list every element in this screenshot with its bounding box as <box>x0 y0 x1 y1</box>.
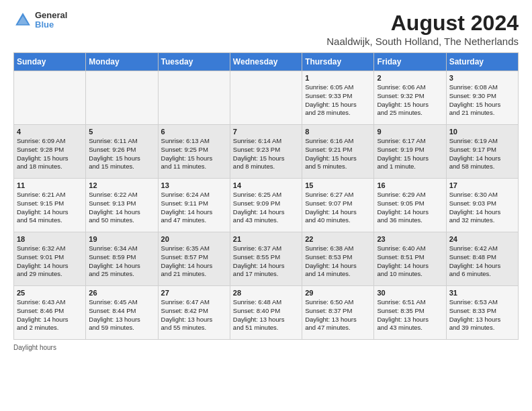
day-number: 5 <box>89 128 154 136</box>
day-number: 8 <box>305 128 371 136</box>
calendar-header-row: SundayMondayTuesdayWednesdayThursdayFrid… <box>14 53 519 71</box>
day-info: Sunrise: 6:27 AM Sunset: 9:07 PM Dayligh… <box>305 191 371 225</box>
day-info: Sunrise: 6:19 AM Sunset: 9:17 PM Dayligh… <box>449 137 515 171</box>
week-row-2: 11Sunrise: 6:21 AM Sunset: 9:15 PM Dayli… <box>14 179 519 232</box>
logo-line2: Blue <box>35 20 67 30</box>
day-info: Sunrise: 6:51 AM Sunset: 8:35 PM Dayligh… <box>377 298 443 332</box>
calendar-cell <box>230 71 302 125</box>
calendar-cell: 19Sunrise: 6:34 AM Sunset: 8:59 PM Dayli… <box>86 232 158 286</box>
calendar-cell: 23Sunrise: 6:40 AM Sunset: 8:51 PM Dayli… <box>374 232 446 286</box>
day-number: 27 <box>161 289 227 297</box>
day-info: Sunrise: 6:11 AM Sunset: 9:26 PM Dayligh… <box>89 137 154 171</box>
week-row-0: 1Sunrise: 6:05 AM Sunset: 9:33 PM Daylig… <box>14 71 519 125</box>
page: General Blue August 2024 Naaldwijk, Sout… <box>0 0 532 358</box>
day-number: 19 <box>89 235 154 243</box>
calendar-cell <box>14 71 86 125</box>
week-row-3: 18Sunrise: 6:32 AM Sunset: 9:01 PM Dayli… <box>14 232 519 286</box>
calendar-table: SundayMondayTuesdayWednesdayThursdayFrid… <box>13 52 519 340</box>
day-number: 28 <box>233 289 299 297</box>
day-number: 22 <box>305 235 371 243</box>
title-block: August 2024 Naaldwijk, South Holland, Th… <box>326 11 519 47</box>
day-number: 16 <box>377 181 443 189</box>
day-header-sunday: Sunday <box>14 53 86 71</box>
day-number: 6 <box>161 128 227 136</box>
calendar-cell: 10Sunrise: 6:19 AM Sunset: 9:17 PM Dayli… <box>446 125 518 179</box>
day-number: 2 <box>377 74 443 82</box>
day-number: 12 <box>89 181 154 189</box>
day-number: 18 <box>17 235 83 243</box>
calendar-cell: 3Sunrise: 6:08 AM Sunset: 9:30 PM Daylig… <box>446 71 518 125</box>
day-info: Sunrise: 6:45 AM Sunset: 8:44 PM Dayligh… <box>89 298 154 332</box>
day-info: Sunrise: 6:30 AM Sunset: 9:03 PM Dayligh… <box>449 191 515 225</box>
calendar-cell: 2Sunrise: 6:06 AM Sunset: 9:32 PM Daylig… <box>374 71 446 125</box>
day-info: Sunrise: 6:43 AM Sunset: 8:46 PM Dayligh… <box>17 298 83 332</box>
day-info: Sunrise: 6:21 AM Sunset: 9:15 PM Dayligh… <box>17 191 83 225</box>
day-number: 30 <box>377 289 443 297</box>
day-number: 15 <box>305 181 371 189</box>
logo-line1: General <box>35 11 67 20</box>
calendar-cell: 8Sunrise: 6:16 AM Sunset: 9:21 PM Daylig… <box>302 125 374 179</box>
day-number: 13 <box>161 181 227 189</box>
calendar-cell: 16Sunrise: 6:29 AM Sunset: 9:05 PM Dayli… <box>374 179 446 232</box>
day-info: Sunrise: 6:48 AM Sunset: 8:40 PM Dayligh… <box>233 298 299 332</box>
day-info: Sunrise: 6:53 AM Sunset: 8:33 PM Dayligh… <box>449 298 515 332</box>
calendar-cell <box>86 71 158 125</box>
calendar-cell: 11Sunrise: 6:21 AM Sunset: 9:15 PM Dayli… <box>14 179 86 232</box>
day-info: Sunrise: 6:34 AM Sunset: 8:59 PM Dayligh… <box>89 244 154 279</box>
day-number: 10 <box>449 128 515 136</box>
day-info: Sunrise: 6:47 AM Sunset: 8:42 PM Dayligh… <box>161 298 227 332</box>
day-info: Sunrise: 6:40 AM Sunset: 8:51 PM Dayligh… <box>377 244 443 279</box>
logo: General Blue <box>13 11 67 30</box>
day-number: 3 <box>449 74 515 82</box>
footer-note: Daylight hours <box>13 344 519 351</box>
day-number: 23 <box>377 235 443 243</box>
day-info: Sunrise: 6:25 AM Sunset: 9:09 PM Dayligh… <box>233 191 299 225</box>
calendar-cell: 1Sunrise: 6:05 AM Sunset: 9:33 PM Daylig… <box>302 71 374 125</box>
main-title: August 2024 <box>326 11 519 36</box>
day-info: Sunrise: 6:22 AM Sunset: 9:13 PM Dayligh… <box>89 191 154 225</box>
day-header-wednesday: Wednesday <box>230 53 302 71</box>
subtitle: Naaldwijk, South Holland, The Netherland… <box>326 36 519 47</box>
calendar-cell: 28Sunrise: 6:48 AM Sunset: 8:40 PM Dayli… <box>230 286 302 340</box>
calendar-cell: 29Sunrise: 6:50 AM Sunset: 8:37 PM Dayli… <box>302 286 374 340</box>
day-number: 9 <box>377 128 443 136</box>
day-number: 20 <box>161 235 227 243</box>
day-number: 31 <box>449 289 515 297</box>
calendar-cell: 20Sunrise: 6:35 AM Sunset: 8:57 PM Dayli… <box>158 232 230 286</box>
calendar-cell: 18Sunrise: 6:32 AM Sunset: 9:01 PM Dayli… <box>14 232 86 286</box>
calendar-cell: 31Sunrise: 6:53 AM Sunset: 8:33 PM Dayli… <box>446 286 518 340</box>
day-info: Sunrise: 6:06 AM Sunset: 9:32 PM Dayligh… <box>377 83 443 118</box>
calendar-cell: 6Sunrise: 6:13 AM Sunset: 9:25 PM Daylig… <box>158 125 230 179</box>
day-number: 25 <box>17 289 83 297</box>
calendar-cell: 17Sunrise: 6:30 AM Sunset: 9:03 PM Dayli… <box>446 179 518 232</box>
day-header-tuesday: Tuesday <box>158 53 230 71</box>
day-number: 21 <box>233 235 299 243</box>
day-number: 26 <box>89 289 154 297</box>
day-number: 4 <box>17 128 83 136</box>
day-info: Sunrise: 6:05 AM Sunset: 9:33 PM Dayligh… <box>305 83 371 118</box>
calendar-cell: 15Sunrise: 6:27 AM Sunset: 9:07 PM Dayli… <box>302 179 374 232</box>
calendar-cell: 22Sunrise: 6:38 AM Sunset: 8:53 PM Dayli… <box>302 232 374 286</box>
day-number: 29 <box>305 289 371 297</box>
calendar-cell: 4Sunrise: 6:09 AM Sunset: 9:28 PM Daylig… <box>14 125 86 179</box>
calendar-cell: 14Sunrise: 6:25 AM Sunset: 9:09 PM Dayli… <box>230 179 302 232</box>
calendar-cell: 25Sunrise: 6:43 AM Sunset: 8:46 PM Dayli… <box>14 286 86 340</box>
day-header-thursday: Thursday <box>302 53 374 71</box>
day-number: 1 <box>305 74 371 82</box>
day-info: Sunrise: 6:38 AM Sunset: 8:53 PM Dayligh… <box>305 244 371 279</box>
week-row-1: 4Sunrise: 6:09 AM Sunset: 9:28 PM Daylig… <box>14 125 519 179</box>
calendar-cell: 12Sunrise: 6:22 AM Sunset: 9:13 PM Dayli… <box>86 179 158 232</box>
calendar-cell: 7Sunrise: 6:14 AM Sunset: 9:23 PM Daylig… <box>230 125 302 179</box>
day-info: Sunrise: 6:35 AM Sunset: 8:57 PM Dayligh… <box>161 244 227 279</box>
calendar-cell: 30Sunrise: 6:51 AM Sunset: 8:35 PM Dayli… <box>374 286 446 340</box>
day-number: 24 <box>449 235 515 243</box>
calendar-cell <box>158 71 230 125</box>
logo-icon <box>13 11 32 30</box>
calendar-cell: 26Sunrise: 6:45 AM Sunset: 8:44 PM Dayli… <box>86 286 158 340</box>
day-info: Sunrise: 6:16 AM Sunset: 9:21 PM Dayligh… <box>305 137 371 171</box>
day-number: 17 <box>449 181 515 189</box>
day-header-monday: Monday <box>86 53 158 71</box>
day-info: Sunrise: 6:14 AM Sunset: 9:23 PM Dayligh… <box>233 137 299 171</box>
calendar-cell: 24Sunrise: 6:42 AM Sunset: 8:48 PM Dayli… <box>446 232 518 286</box>
day-number: 11 <box>17 181 83 189</box>
